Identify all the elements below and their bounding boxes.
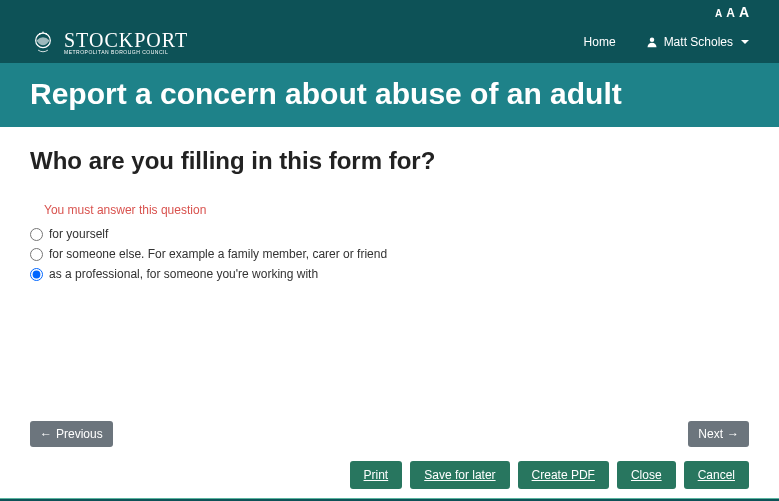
cancel-button[interactable]: Cancel: [684, 461, 749, 489]
chevron-down-icon: [741, 40, 749, 44]
nav-home-link[interactable]: Home: [584, 35, 616, 49]
font-size-large[interactable]: A: [739, 4, 749, 20]
page-title: Report a concern about abuse of an adult: [30, 77, 749, 111]
previous-label: Previous: [56, 427, 103, 441]
form-question: Who are you filling in this form for?: [30, 147, 749, 175]
create-pdf-button[interactable]: Create PDF: [518, 461, 609, 489]
close-button[interactable]: Close: [617, 461, 676, 489]
radio-label[interactable]: for yourself: [49, 227, 108, 241]
validation-error: You must answer this question: [44, 203, 749, 217]
user-menu[interactable]: Matt Scholes: [646, 35, 749, 49]
site-logo[interactable]: STOCKPORT METROPOLITAN BOROUGH COUNCIL: [30, 29, 188, 55]
footer-area: Previous Next Print Save for later Creat…: [0, 421, 779, 501]
radio-someone-else[interactable]: [30, 248, 43, 261]
radio-yourself[interactable]: [30, 228, 43, 241]
page-title-bar: Report a concern about abuse of an adult: [0, 63, 779, 127]
radio-label[interactable]: for someone else. For example a family m…: [49, 247, 387, 261]
save-button[interactable]: Save for later: [410, 461, 509, 489]
font-size-medium[interactable]: A: [726, 6, 735, 20]
brand-subtitle: METROPOLITAN BOROUGH COUNCIL: [64, 50, 188, 55]
font-size-controls: A A A: [715, 4, 749, 20]
svg-point-2: [45, 33, 47, 35]
form-content: Who are you filling in this form for? Yo…: [0, 127, 779, 281]
crest-icon: [30, 29, 56, 55]
radio-group: for yourself for someone else. For examp…: [30, 227, 749, 281]
user-name: Matt Scholes: [664, 35, 733, 49]
font-size-small[interactable]: A: [715, 8, 722, 19]
brand-name: STOCKPORT: [64, 30, 188, 50]
radio-professional[interactable]: [30, 268, 43, 281]
print-button[interactable]: Print: [350, 461, 403, 489]
next-button[interactable]: Next: [688, 421, 749, 447]
user-icon: [646, 36, 658, 48]
radio-option: as a professional, for someone you're wo…: [30, 267, 749, 281]
previous-button[interactable]: Previous: [30, 421, 113, 447]
radio-option: for someone else. For example a family m…: [30, 247, 749, 261]
radio-label[interactable]: as a professional, for someone you're wo…: [49, 267, 318, 281]
top-navbar: A A A STOCKPORT METROPOLITAN BOROUGH COU…: [0, 0, 779, 63]
svg-point-4: [649, 38, 654, 43]
radio-option: for yourself: [30, 227, 749, 241]
action-row: Print Save for later Create PDF Close Ca…: [30, 461, 749, 489]
next-label: Next: [698, 427, 723, 441]
svg-point-1: [39, 33, 41, 35]
svg-point-3: [42, 31, 44, 33]
